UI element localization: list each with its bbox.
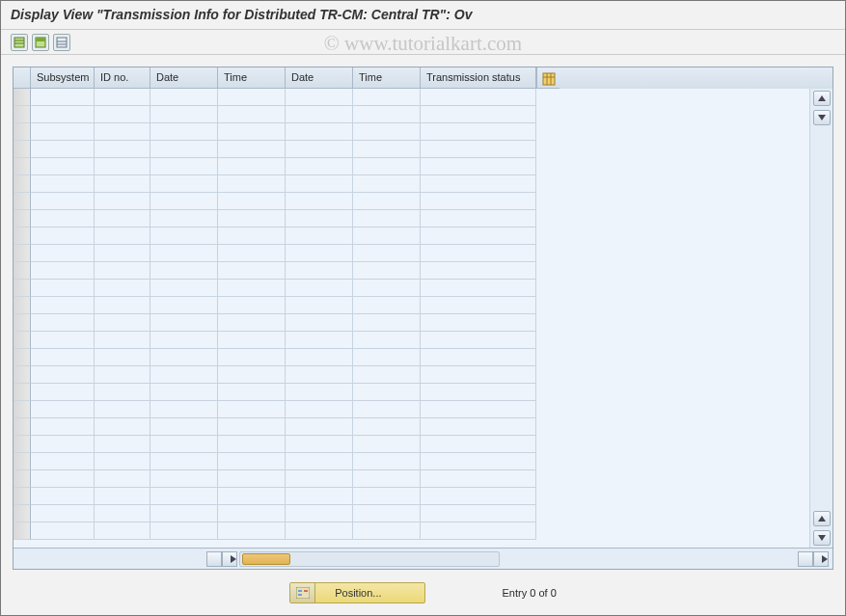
table-cell[interactable]: [421, 488, 536, 505]
table-cell[interactable]: [31, 106, 95, 123]
table-cell[interactable]: [95, 175, 150, 193]
table-cell[interactable]: [286, 522, 353, 540]
scroll-down-button[interactable]: [813, 110, 831, 125]
table-cell[interactable]: [421, 418, 536, 436]
table-cell[interactable]: [286, 314, 353, 332]
table-cell[interactable]: [421, 522, 536, 540]
hscroll-thumb[interactable]: [242, 553, 290, 565]
table-cell[interactable]: [286, 280, 353, 297]
table-cell[interactable]: [218, 314, 286, 332]
table-cell[interactable]: [150, 158, 218, 175]
table-cell[interactable]: [286, 210, 353, 228]
table-cell[interactable]: [150, 470, 218, 488]
table-cell[interactable]: [218, 436, 286, 453]
row-selector[interactable]: [14, 522, 31, 540]
table-cell[interactable]: [421, 332, 536, 349]
table-cell[interactable]: [421, 262, 536, 280]
table-cell[interactable]: [421, 106, 536, 123]
toolbar-button-3[interactable]: [53, 34, 70, 51]
table-cell[interactable]: [286, 175, 353, 193]
table-cell[interactable]: [286, 228, 353, 245]
row-selector[interactable]: [14, 89, 31, 106]
table-cell[interactable]: [421, 193, 536, 210]
table-cell[interactable]: [31, 401, 95, 418]
row-selector[interactable]: [14, 210, 31, 228]
row-selector-header[interactable]: [14, 67, 31, 89]
row-selector[interactable]: [14, 193, 31, 210]
table-cell[interactable]: [421, 210, 536, 228]
table-cell[interactable]: [286, 436, 353, 453]
table-cell[interactable]: [353, 175, 421, 193]
table-cell[interactable]: [150, 453, 218, 470]
table-cell[interactable]: [421, 505, 536, 522]
table-cell[interactable]: [150, 175, 218, 193]
column-header-subsystem[interactable]: Subsystem: [31, 67, 95, 89]
row-selector[interactable]: [14, 123, 31, 141]
table-cell[interactable]: [218, 332, 286, 349]
toolbar-button-2[interactable]: [32, 34, 49, 51]
table-cell[interactable]: [286, 418, 353, 436]
table-cell[interactable]: [286, 158, 353, 175]
table-cell[interactable]: [286, 384, 353, 401]
table-cell[interactable]: [95, 453, 150, 470]
table-cell[interactable]: [218, 297, 286, 314]
row-selector[interactable]: [14, 505, 31, 522]
table-cell[interactable]: [150, 280, 218, 297]
table-cell[interactable]: [95, 228, 150, 245]
table-cell[interactable]: [31, 228, 95, 245]
table-cell[interactable]: [353, 193, 421, 210]
table-cell[interactable]: [95, 314, 150, 332]
table-cell[interactable]: [95, 332, 150, 349]
table-cell[interactable]: [286, 193, 353, 210]
column-header-transmission-status[interactable]: Transmission status: [421, 67, 536, 89]
row-selector[interactable]: [14, 175, 31, 193]
table-cell[interactable]: [353, 262, 421, 280]
table-cell[interactable]: [286, 141, 353, 158]
table-cell[interactable]: [31, 418, 95, 436]
table-cell[interactable]: [31, 89, 95, 106]
table-cell[interactable]: [353, 245, 421, 262]
table-cell[interactable]: [218, 89, 286, 106]
table-cell[interactable]: [218, 280, 286, 297]
table-cell[interactable]: [31, 384, 95, 401]
table-cell[interactable]: [353, 349, 421, 366]
table-cell[interactable]: [218, 175, 286, 193]
table-cell[interactable]: [353, 297, 421, 314]
table-cell[interactable]: [150, 123, 218, 141]
table-cell[interactable]: [150, 349, 218, 366]
table-cell[interactable]: [218, 384, 286, 401]
hscroll-right-button-2[interactable]: [813, 551, 829, 567]
table-cell[interactable]: [95, 193, 150, 210]
table-cell[interactable]: [95, 418, 150, 436]
table-cell[interactable]: [31, 522, 95, 540]
table-cell[interactable]: [218, 366, 286, 384]
table-cell[interactable]: [31, 436, 95, 453]
position-button[interactable]: Position...: [289, 582, 424, 603]
table-cell[interactable]: [353, 470, 421, 488]
table-cell[interactable]: [353, 158, 421, 175]
table-cell[interactable]: [218, 470, 286, 488]
table-cell[interactable]: [286, 453, 353, 470]
table-cell[interactable]: [150, 522, 218, 540]
table-cell[interactable]: [95, 280, 150, 297]
row-selector[interactable]: [14, 488, 31, 505]
table-cell[interactable]: [95, 123, 150, 141]
column-header-time-1[interactable]: Time: [218, 67, 286, 89]
table-cell[interactable]: [286, 89, 353, 106]
table-cell[interactable]: [353, 106, 421, 123]
table-cell[interactable]: [421, 384, 536, 401]
scroll-up-button[interactable]: [813, 91, 831, 106]
table-cell[interactable]: [421, 228, 536, 245]
column-header-id-no[interactable]: ID no.: [95, 67, 150, 89]
table-cell[interactable]: [150, 141, 218, 158]
hscroll-left-button[interactable]: [206, 551, 222, 567]
table-cell[interactable]: [218, 505, 286, 522]
table-cell[interactable]: [95, 470, 150, 488]
row-selector[interactable]: [14, 228, 31, 245]
table-cell[interactable]: [31, 349, 95, 366]
table-cell[interactable]: [286, 505, 353, 522]
table-cell[interactable]: [95, 505, 150, 522]
row-selector[interactable]: [14, 401, 31, 418]
table-cell[interactable]: [218, 453, 286, 470]
table-cell[interactable]: [218, 210, 286, 228]
